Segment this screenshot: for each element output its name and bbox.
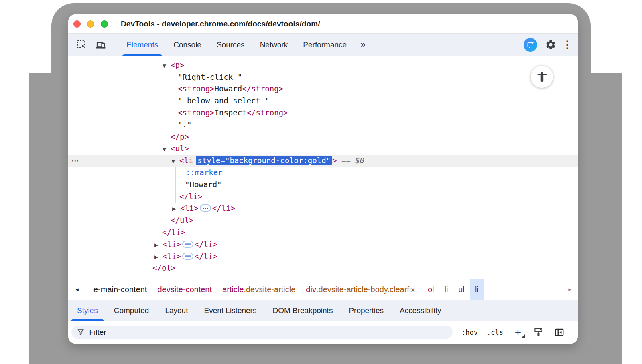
dom-token-pseudo: ::marker: [186, 168, 223, 177]
more-tabs-icon[interactable]: »: [356, 39, 370, 50]
expand-arrow-icon[interactable]: ▶: [172, 203, 180, 215]
pseudo-state-toggle[interactable]: :hov: [461, 328, 478, 336]
tab-elements[interactable]: Elements: [121, 34, 164, 56]
dom-token-text: " below and select ": [178, 96, 270, 105]
element-class-toggle[interactable]: .cls: [487, 328, 503, 336]
new-style-rule-dropdown-corner: [522, 334, 525, 338]
dom-tree-row[interactable]: "Howard": [68, 179, 578, 191]
breadcrumb-scroll-left-button[interactable]: ◂: [69, 280, 85, 299]
more-options-icon[interactable]: ⋮: [562, 40, 572, 50]
node-options-dots-icon[interactable]: ⋯: [71, 155, 79, 167]
tab-dom-breakpoints[interactable]: DOM Breakpoints: [265, 300, 340, 321]
breadcrumb-segment: e-main-content: [93, 285, 147, 294]
dom-token-tag: <ul>: [171, 144, 189, 153]
edited-attribute-selection: style="background-color:gold": [196, 156, 332, 165]
accessibility-fab[interactable]: [531, 66, 553, 88]
breadcrumb-segment: article: [222, 285, 244, 294]
dom-token-text: Inspect: [215, 108, 247, 117]
dom-token-text: ".": [178, 120, 191, 129]
dom-tree-row[interactable]: </ul>: [68, 214, 578, 226]
toggle-sidebar-icon[interactable]: [554, 327, 565, 338]
dom-tree-row[interactable]: ▼<p>: [68, 59, 578, 71]
dom-token-tag: >: [332, 156, 337, 165]
dom-token-tag: <li>: [180, 204, 199, 212]
dom-tree-row[interactable]: <strong>Howard</strong>: [68, 83, 578, 95]
dom-token-eq: ==: [337, 156, 356, 165]
tab-accessibility[interactable]: Accessibility: [392, 300, 448, 321]
breadcrumb-segment: .devsite-article: [244, 285, 295, 294]
collapse-arrow-icon[interactable]: ▼: [163, 144, 171, 156]
tab-event-listeners[interactable]: Event Listeners: [197, 300, 264, 321]
tab-styles[interactable]: Styles: [70, 300, 105, 321]
panel-tabs: ElementsConsoleSourcesNetworkPerformance: [121, 34, 356, 56]
devtools-toolbar: ElementsConsoleSourcesNetworkPerformance…: [68, 34, 578, 56]
ai-assistance-icon[interactable]: [524, 38, 537, 52]
breadcrumb-item-selected[interactable]: li: [470, 279, 484, 300]
dom-tree-row[interactable]: </li>: [68, 191, 578, 203]
breadcrumb-bar: ◂ e-main-contentdevsite-contentarticle.d…: [68, 279, 578, 300]
dom-tree-row[interactable]: </ol>: [68, 262, 578, 274]
tab-layout[interactable]: Layout: [158, 300, 195, 321]
dom-tree-row[interactable]: ▼<ul>: [68, 143, 578, 155]
settings-gear-icon[interactable]: [544, 38, 557, 52]
dom-tree-row[interactable]: ::marker: [68, 56, 578, 59]
toolbar-divider-right: [518, 38, 518, 52]
new-style-rule-button[interactable]: +: [513, 327, 523, 338]
breadcrumb-scroll-right-button[interactable]: ▸: [563, 280, 577, 299]
collapse-arrow-icon[interactable]: ▼: [171, 156, 179, 168]
breadcrumb-item[interactable]: ol: [423, 279, 439, 300]
tab-network[interactable]: Network: [254, 34, 294, 56]
tab-sources[interactable]: Sources: [211, 34, 250, 56]
device-toolbar-icon[interactable]: [94, 38, 108, 52]
dom-token-tag: </li>: [162, 228, 185, 237]
dom-tree-row[interactable]: </p>: [68, 131, 578, 143]
dom-tree-row[interactable]: ▶<li></li>: [68, 251, 578, 263]
dom-token-tag: <li: [179, 156, 193, 165]
filter-input[interactable]: [89, 328, 447, 337]
inspect-element-icon[interactable]: [75, 38, 88, 52]
breadcrumb-item[interactable]: ul: [453, 279, 470, 300]
expand-arrow-icon[interactable]: ▶: [154, 251, 163, 263]
tab-performance[interactable]: Performance: [297, 34, 352, 56]
close-window-button[interactable]: [73, 20, 81, 28]
breadcrumb-item[interactable]: article.devsite-article: [217, 279, 301, 300]
breadcrumb-segment: .devsite-article-body.clearfix.: [316, 285, 417, 294]
breadcrumb-item[interactable]: div.devsite-article-body.clearfix.: [301, 279, 423, 300]
dom-token-tag: </li>: [195, 252, 217, 261]
dom-tree-row[interactable]: ▶<li></li>: [68, 202, 578, 214]
breadcrumb-segment: li: [444, 285, 448, 294]
breadcrumb-item[interactable]: e-main-content: [88, 279, 152, 300]
collapse-arrow-icon[interactable]: ▼: [163, 60, 171, 72]
breadcrumb: e-main-contentdevsite-contentarticle.dev…: [88, 279, 484, 300]
expand-arrow-icon[interactable]: ▶: [154, 239, 163, 251]
toolbar-divider: [115, 38, 115, 52]
rendering-emulation-icon[interactable]: [534, 327, 544, 337]
dom-token-tag: <strong>: [178, 84, 215, 93]
breadcrumb-segment: ol: [428, 285, 434, 294]
filter-field-container: [71, 326, 453, 339]
dom-tree-row[interactable]: "Right-click ": [68, 71, 578, 83]
breadcrumb-item[interactable]: li: [439, 279, 453, 300]
dom-token-tag: </p>: [171, 132, 189, 141]
dom-tree-row[interactable]: ▶<li></li>: [68, 239, 578, 251]
dom-tree-row[interactable]: ".": [68, 119, 578, 131]
breadcrumb-segment: div: [306, 285, 316, 294]
collapsed-content-ellipsis-icon[interactable]: [182, 241, 193, 248]
minimize-window-button[interactable]: [87, 20, 94, 28]
breadcrumb-item[interactable]: devsite-content: [152, 279, 217, 300]
dom-tree-row[interactable]: " below and select ": [68, 95, 578, 107]
dom-token-tag: <li>: [163, 240, 181, 249]
dom-tree-row-selected[interactable]: ⋯▼<listyle="background-color:gold"> == $…: [68, 155, 578, 167]
dom-tree-row[interactable]: <strong>Inspect</strong>: [68, 107, 578, 119]
dom-token-pseudo: ::marker: [171, 56, 207, 57]
elements-panel: ::marker▼<p>"Right-click "<strong>Howard…: [68, 56, 578, 279]
collapsed-content-ellipsis-icon[interactable]: [182, 253, 193, 260]
tab-properties[interactable]: Properties: [341, 300, 391, 321]
maximize-window-button[interactable]: [101, 20, 108, 28]
tab-console[interactable]: Console: [168, 34, 207, 56]
tab-computed[interactable]: Computed: [107, 300, 156, 321]
accessibility-icon: [536, 71, 548, 83]
collapsed-content-ellipsis-icon[interactable]: [200, 204, 211, 212]
dom-tree-row[interactable]: ::marker: [68, 167, 578, 179]
dom-tree-row[interactable]: </li>: [68, 226, 578, 239]
